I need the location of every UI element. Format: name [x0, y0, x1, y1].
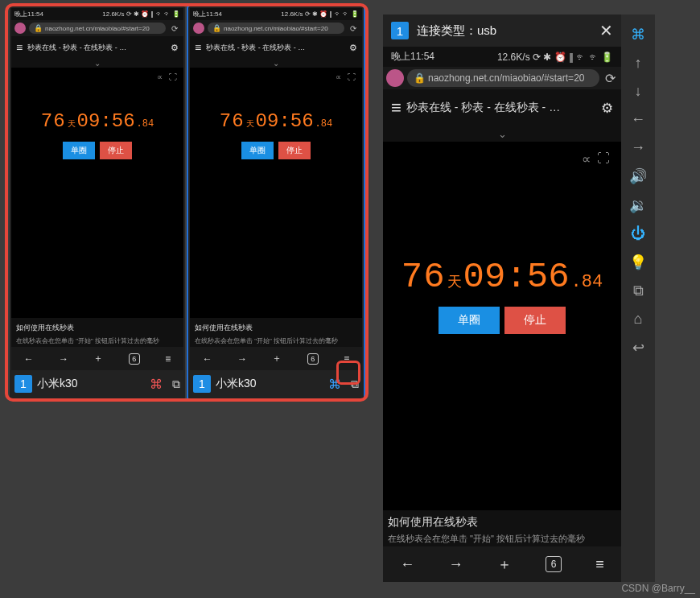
share-icon[interactable]: ∝ — [157, 72, 163, 81]
fullscreen-icon[interactable]: ⛶ — [169, 72, 177, 81]
multitask-icon[interactable]: ⧉ — [633, 283, 644, 299]
gear-icon[interactable] — [601, 100, 613, 117]
refresh-icon[interactable]: ⟳ — [348, 24, 359, 33]
nav-tab-count[interactable]: 6 — [307, 353, 319, 365]
nav-menu-icon[interactable]: ≡ — [344, 353, 349, 365]
avatar-icon[interactable] — [14, 23, 26, 34]
howto-body: 在线秒表会在您单击 "开始" 按钮后计算过去的毫秒 — [388, 533, 616, 545]
chevron-down-icon[interactable]: ⌄ — [383, 126, 621, 142]
nav-forward-icon[interactable]: → — [59, 353, 68, 365]
nav-menu-icon[interactable]: ≡ — [165, 353, 171, 365]
return-icon[interactable]: ↩ — [632, 339, 644, 357]
expanded-device-main: 1 连接类型：usb ✕ 晚上11:54 12.6K/s ⟳ ✱ ⏰ ‖ ᯤ ᯤ… — [383, 14, 621, 582]
timer-days: 76 — [220, 110, 245, 132]
avatar-icon[interactable] — [193, 23, 204, 34]
stopwatch-display: 76 天 09:56 .84 — [220, 110, 332, 132]
nav-tab-count[interactable]: 6 — [129, 353, 140, 365]
share-icon[interactable]: ∝ — [336, 72, 341, 81]
popout-icon[interactable]: ⧉ — [351, 377, 359, 391]
status-bar: 晚上11:54 12.6K/s ⟳ ✱ ⏰ ‖ ᯤ ᯤ 🔋 — [190, 8, 362, 20]
timer-time: 09:56 — [77, 110, 135, 132]
refresh-icon[interactable]: ⟳ — [169, 24, 180, 33]
status-time: 晚上11:54 — [14, 10, 43, 19]
arrow-up-icon[interactable]: ↑ — [635, 55, 642, 72]
chevron-down-icon[interactable]: ⌄ — [190, 59, 362, 68]
nav-menu-icon[interactable]: ≡ — [595, 556, 604, 573]
watermark-label: CSDN @Barry__ — [621, 583, 695, 594]
close-icon[interactable]: ✕ — [599, 21, 613, 40]
howto-body: 在线秒表会在您单击 "开始" 按钮后计算过去的毫秒 — [195, 336, 357, 345]
nav-tab-count[interactable]: 6 — [546, 556, 562, 572]
arrow-right-icon[interactable]: → — [631, 139, 645, 156]
device-thumbnail-2[interactable]: 晚上11:54 12.6K/s ⟳ ✱ ⏰ ‖ ᯤ ᯤ 🔋 naozhong.n… — [188, 6, 364, 399]
share-icon[interactable]: ∝ — [582, 151, 591, 167]
howto-section: 如何使用在线秒表 在线秒表会在您单击 "开始" 按钮后计算过去的毫秒 — [11, 318, 183, 347]
timer-time: 09:56 — [463, 257, 570, 297]
page-content: ∝ ⛶ 76 天 09:56 .84 单圈 停止 如何使用在线秒表 在线秒表会在… — [190, 68, 362, 347]
timer-days: 76 — [401, 257, 446, 297]
group-control-icon[interactable]: ⌘ — [631, 26, 645, 43]
fullscreen-icon[interactable]: ⛶ — [348, 72, 356, 81]
timer-ms: .84 — [571, 272, 603, 292]
url-input[interactable]: naozhong.net.cn/miaobiao/#start=20 — [407, 69, 599, 87]
group-icon[interactable]: ⌘ — [328, 377, 341, 392]
stop-button[interactable]: 停止 — [100, 142, 132, 159]
stop-button[interactable]: 停止 — [278, 142, 311, 159]
lap-button[interactable]: 单圈 — [439, 307, 500, 334]
nav-new-tab-icon[interactable]: ＋ — [272, 352, 282, 365]
browser-bottom-nav: ← → ＋ 6 ≡ — [383, 546, 621, 582]
device-thumbnail-1[interactable]: 晚上11:54 12.6K/s ⟳ ✱ ⏰ ‖ ᯤ ᯤ 🔋 naozhong.n… — [10, 6, 185, 399]
howto-title: 如何使用在线秒表 — [195, 323, 357, 333]
status-right: 12.6K/s ⟳ ✱ ⏰ ‖ ᯤ ᯤ 🔋 — [281, 10, 359, 18]
arrow-left-icon[interactable]: ← — [631, 111, 645, 128]
group-icon[interactable]: ⌘ — [150, 377, 163, 392]
lock-icon — [414, 72, 426, 84]
url-input[interactable]: naozhong.net.cn/miaobiao/#start=20 — [208, 23, 344, 34]
fullscreen-icon[interactable]: ⛶ — [597, 151, 610, 167]
lock-icon — [212, 24, 221, 32]
thumb-footer: 1 小米k30 ⌘ ⧉ — [11, 370, 183, 398]
timer-days: 76 — [41, 110, 66, 132]
lap-button[interactable]: 单圈 — [63, 142, 95, 159]
url-input[interactable]: naozhong.net.cn/miaobiao/#start=20 — [29, 23, 166, 34]
popout-icon[interactable]: ⧉ — [172, 377, 180, 391]
stop-button[interactable]: 停止 — [504, 307, 566, 334]
browser-bottom-nav: ← → ＋ 6 ≡ — [11, 347, 183, 370]
arrow-down-icon[interactable]: ↓ — [635, 83, 642, 100]
nav-forward-icon[interactable]: → — [237, 353, 247, 365]
lap-button[interactable]: 单圈 — [241, 142, 274, 159]
nav-new-tab-icon[interactable]: ＋ — [497, 555, 512, 574]
nav-new-tab-icon[interactable]: ＋ — [93, 352, 103, 365]
nav-forward-icon[interactable]: → — [448, 556, 463, 573]
url-text: naozhong.net.cn/miaobiao/#start=20 — [45, 25, 150, 32]
page-content: ∝ ⛶ 76 天 09:56 .84 单圈 停止 如何使用在线秒表 在线秒表会在… — [11, 68, 183, 347]
timer-time: 09:56 — [256, 110, 314, 132]
stopwatch-buttons: 单圈 停止 — [63, 142, 132, 159]
status-time: 晚上11:54 — [391, 50, 434, 64]
gear-icon[interactable] — [349, 43, 357, 53]
howto-section: 如何使用在线秒表 在线秒表会在您单击 "开始" 按钮后计算过去的毫秒 — [190, 318, 362, 347]
nav-back-icon[interactable]: ← — [400, 556, 414, 573]
avatar-icon[interactable] — [386, 69, 404, 87]
hamburger-icon[interactable] — [195, 41, 201, 54]
gear-icon[interactable] — [171, 43, 179, 53]
browser-url-bar: naozhong.net.cn/miaobiao/#start=20 ⟳ — [11, 20, 183, 36]
refresh-icon[interactable]: ⟳ — [603, 71, 618, 86]
nav-back-icon[interactable]: ← — [24, 353, 34, 365]
power-icon[interactable]: ⏻ — [631, 225, 645, 242]
home-icon[interactable]: ⌂ — [634, 311, 643, 328]
hamburger-icon[interactable] — [16, 41, 23, 54]
howto-section: 如何使用在线秒表 在线秒表会在您单击 "开始" 按钮后计算过去的毫秒 — [383, 510, 621, 546]
thumbnail-grid: 晚上11:54 12.6K/s ⟳ ✱ ⏰ ‖ ᯤ ᯤ 🔋 naozhong.n… — [10, 6, 367, 399]
nav-back-icon[interactable]: ← — [203, 353, 212, 365]
howto-body: 在线秒表会在您单击 "开始" 按钮后计算过去的毫秒 — [16, 336, 179, 345]
status-time: 晚上11:54 — [193, 10, 222, 19]
bulb-icon[interactable]: 💡 — [629, 254, 647, 271]
chevron-down-icon[interactable]: ⌄ — [11, 59, 183, 68]
device-name: 小米k30 — [216, 377, 257, 391]
stopwatch-display: 76 天 09:56 .84 — [401, 257, 603, 297]
volume-up-icon[interactable]: 🔊 — [629, 167, 647, 185]
status-bar: 晚上11:54 12.6K/s ⟳ ✱ ⏰ ‖ ᯤ ᯤ 🔋 — [11, 8, 183, 20]
volume-down-icon[interactable]: 🔉 — [629, 196, 647, 214]
hamburger-icon[interactable] — [391, 97, 401, 118]
